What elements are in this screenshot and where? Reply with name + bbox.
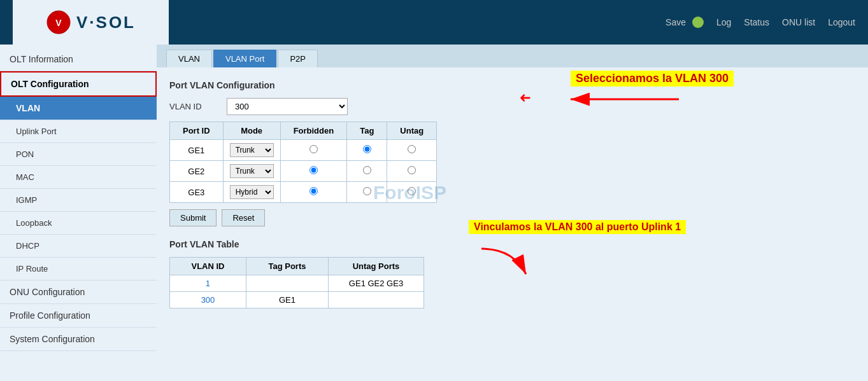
sidebar-item-pon[interactable]: PON bbox=[0, 143, 157, 166]
content-area: VLAN VLAN Port P2P Seleccionamos la VLAN… bbox=[157, 45, 868, 381]
untag-radio-ge2[interactable] bbox=[408, 166, 416, 174]
sidebar-item-dhcp[interactable]: DHCP bbox=[0, 235, 157, 258]
col-mode: Mode bbox=[223, 122, 280, 140]
tag-ge2[interactable] bbox=[347, 161, 387, 182]
port-ge2: GE2 bbox=[170, 161, 224, 182]
untag-ports-cell-1: GE1 GE2 GE3 bbox=[328, 275, 423, 292]
vsol-logo-icon: V bbox=[46, 10, 71, 35]
untag-radio-ge3[interactable] bbox=[408, 187, 416, 195]
untag-ge1[interactable] bbox=[387, 140, 437, 161]
logo-text: V·SOL bbox=[76, 13, 136, 32]
status-link[interactable]: Status bbox=[744, 17, 769, 27]
port-vlan-table: Port ID Mode Forbidden Tag Untag GE1 Tru… bbox=[169, 121, 437, 203]
vlan-table-row: 1 GE1 GE2 GE3 bbox=[170, 275, 424, 292]
forbidden-radio-ge3[interactable] bbox=[309, 187, 318, 195]
vlan-id-select[interactable]: 300 bbox=[227, 98, 348, 115]
forbidden-radio-ge1[interactable] bbox=[309, 145, 318, 153]
tag-ge1[interactable] bbox=[347, 140, 387, 161]
sidebar-item-ip-route[interactable]: IP Route bbox=[0, 258, 157, 281]
forbidden-radio-ge2[interactable] bbox=[309, 166, 318, 174]
tag-ports-cell-1 bbox=[246, 275, 328, 292]
port-ge1: GE1 bbox=[170, 140, 224, 161]
mode-ge3[interactable]: Trunk Hybrid Access bbox=[223, 182, 280, 203]
sidebar-item-loopback[interactable]: Loopback bbox=[0, 212, 157, 235]
main-layout: OLT Information OLT Configuration VLAN U… bbox=[0, 45, 868, 381]
onu-list-link[interactable]: ONU list bbox=[782, 17, 815, 27]
tabs-bar: VLAN VLAN Port P2P bbox=[157, 45, 868, 67]
tag-radio-ge1[interactable] bbox=[363, 145, 371, 153]
sidebar-item-olt-info[interactable]: OLT Information bbox=[0, 48, 157, 71]
forbidden-ge3[interactable] bbox=[280, 182, 347, 203]
untag-ge2[interactable] bbox=[387, 161, 437, 182]
table-row: GE3 Trunk Hybrid Access bbox=[170, 182, 437, 203]
mode-select-ge2[interactable]: Trunk Hybrid Access bbox=[230, 164, 274, 178]
header: V V·SOL Save Log Status ONU list Logout bbox=[0, 0, 868, 45]
status-dot bbox=[692, 17, 704, 28]
port-ge3: GE3 bbox=[170, 182, 224, 203]
sidebar-item-system-config[interactable]: System Configuration bbox=[0, 328, 157, 351]
tag-ge3[interactable] bbox=[347, 182, 387, 203]
vlan-col-untag-ports: Untag Ports bbox=[328, 258, 423, 275]
reset-button[interactable]: Reset bbox=[222, 209, 265, 226]
vlan-id-cell-300: 300 bbox=[170, 292, 246, 308]
forbidden-ge1[interactable] bbox=[280, 140, 347, 161]
save-label: Save bbox=[665, 17, 686, 27]
page-content: Seleccionamos la VLAN 300 ➜ Port VLAN Co… bbox=[157, 67, 868, 318]
svg-text:V: V bbox=[55, 18, 62, 28]
col-forbidden: Forbidden bbox=[280, 122, 347, 140]
col-untag: Untag bbox=[387, 122, 437, 140]
tab-vlan[interactable]: VLAN bbox=[166, 50, 212, 67]
table-row: GE2 Trunk Hybrid Access bbox=[170, 161, 437, 182]
sidebar-item-profile-config[interactable]: Profile Configuration bbox=[0, 304, 157, 328]
submit-button[interactable]: Submit bbox=[169, 209, 217, 226]
tag-radio-ge2[interactable] bbox=[363, 166, 371, 174]
header-right: Save Log Status ONU list Logout bbox=[665, 17, 855, 28]
logout-link[interactable]: Logout bbox=[828, 17, 855, 27]
mode-select-ge3[interactable]: Trunk Hybrid Access bbox=[230, 185, 274, 199]
tab-vlan-port[interactable]: VLAN Port bbox=[213, 50, 276, 67]
col-tag: Tag bbox=[347, 122, 387, 140]
sidebar-item-olt-config[interactable]: OLT Configuration bbox=[0, 71, 157, 97]
vlan-id-label: VLAN ID bbox=[169, 102, 220, 111]
section1-title: Port VLAN Configuration bbox=[169, 80, 855, 90]
vlan-col-tag-ports: Tag Ports bbox=[246, 258, 328, 275]
section2-title: Port VLAN Table bbox=[169, 239, 855, 249]
forbidden-ge2[interactable] bbox=[280, 161, 347, 182]
mode-ge1[interactable]: Trunk Hybrid Access bbox=[223, 140, 280, 161]
tag-radio-ge3[interactable] bbox=[363, 187, 371, 195]
sidebar-item-uplink-port[interactable]: Uplink Port bbox=[0, 120, 157, 143]
vlan-port-table: VLAN ID Tag Ports Untag Ports 1 GE1 GE2 … bbox=[169, 257, 424, 308]
tag-ports-cell-300: GE1 bbox=[246, 292, 328, 308]
button-row: Submit Reset bbox=[169, 209, 855, 226]
untag-ge3[interactable] bbox=[387, 182, 437, 203]
mode-ge2[interactable]: Trunk Hybrid Access bbox=[223, 161, 280, 182]
log-link[interactable]: Log bbox=[716, 17, 731, 27]
vlan-col-vlan-id: VLAN ID bbox=[170, 258, 246, 275]
logo-area: V V·SOL bbox=[13, 0, 169, 45]
sidebar: OLT Information OLT Configuration VLAN U… bbox=[0, 45, 157, 381]
sidebar-item-igmp[interactable]: IGMP bbox=[0, 189, 157, 212]
save-area: Save bbox=[665, 17, 704, 28]
col-port-id: Port ID bbox=[170, 122, 224, 140]
table-row: GE1 Trunk Hybrid Access bbox=[170, 140, 437, 161]
vlan-id-cell-1: 1 bbox=[170, 275, 246, 292]
sidebar-item-onu-config[interactable]: ONU Configuration bbox=[0, 281, 157, 304]
sidebar-item-mac[interactable]: MAC bbox=[0, 166, 157, 189]
sidebar-item-vlan[interactable]: VLAN bbox=[0, 97, 157, 120]
mode-select-ge1[interactable]: Trunk Hybrid Access bbox=[230, 143, 274, 157]
tab-p2p[interactable]: P2P bbox=[278, 50, 318, 67]
untag-ports-cell-300 bbox=[328, 292, 423, 308]
vlan-table-row: 300 GE1 bbox=[170, 292, 424, 308]
vlan-id-row: VLAN ID 300 bbox=[169, 98, 855, 115]
untag-radio-ge1[interactable] bbox=[408, 145, 416, 153]
